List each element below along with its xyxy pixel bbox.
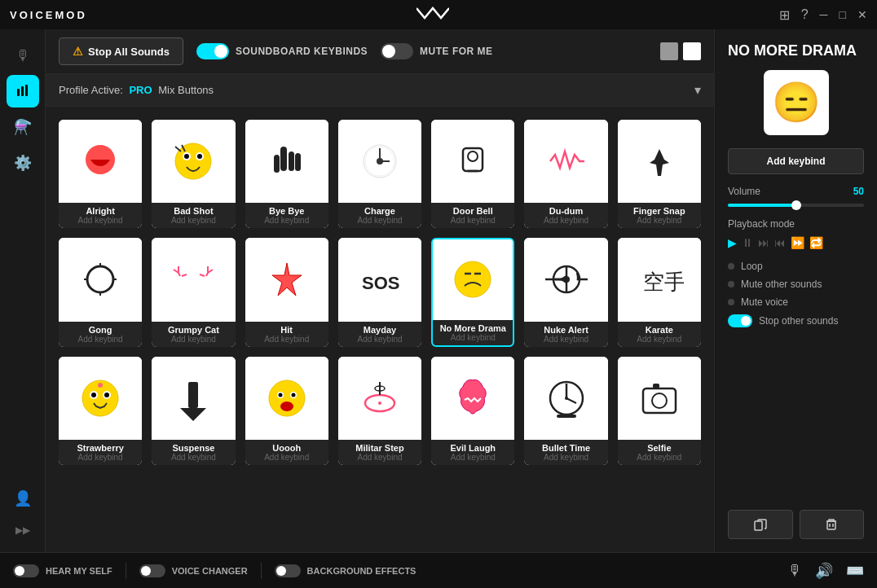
sound-card-bad-shot[interactable]: Bad ShotAdd keybind — [152, 120, 235, 228]
sound-keybind-evil-laugh[interactable]: Add keybind — [436, 453, 509, 462]
help-icon[interactable]: ? — [801, 7, 809, 22]
sound-keybind-charge[interactable]: Add keybind — [343, 216, 416, 225]
sound-card-suspense[interactable]: SuspenseAdd keybind — [152, 357, 235, 465]
sound-keybind-no-more-drama[interactable]: Add keybind — [438, 333, 508, 342]
close-icon[interactable]: ✕ — [857, 8, 867, 21]
sound-image-selfie — [618, 357, 701, 440]
sound-card-bye-bye[interactable]: Bye ByeAdd keybind — [245, 120, 328, 228]
sound-keybind-mayday[interactable]: Add keybind — [343, 335, 416, 344]
sound-keybind-finger-snap[interactable]: Add keybind — [623, 216, 696, 225]
delete-button[interactable] — [800, 510, 865, 539]
maximize-icon[interactable]: □ — [840, 8, 846, 21]
sound-keybind-selfie[interactable]: Add keybind — [623, 453, 696, 462]
sound-card-strawberry[interactable]: StrawberryAdd keybind — [59, 357, 142, 465]
sound-keybind-karate[interactable]: Add keybind — [623, 335, 696, 344]
profile-name: Mix Buttons — [158, 84, 214, 96]
mute-for-me-label: MUTE FOR ME — [420, 46, 493, 57]
background-effects-toggle[interactable] — [275, 564, 301, 577]
pause-icon[interactable]: ⏸ — [742, 236, 753, 249]
sound-keybind-nuke-alert[interactable]: Add keybind — [529, 335, 602, 344]
add-keybind-button[interactable]: Add keybind — [728, 148, 864, 174]
sidebar-expand[interactable]: ▶▶ — [7, 518, 39, 542]
sound-name-mayday: Mayday — [343, 325, 416, 335]
sound-card-grumpy-cat[interactable]: Grumpy CatAdd keybind — [152, 238, 235, 346]
step-forward-icon[interactable]: ⏭ — [758, 236, 769, 249]
sound-card-charge[interactable]: ChargeAdd keybind — [338, 120, 421, 228]
sound-name-nuke-alert: Nuke Alert — [529, 325, 602, 335]
background-effects-label: BACKGROUND EFFECTS — [307, 566, 416, 576]
option-mute-other[interactable]: Mute other sounds — [728, 279, 864, 290]
svg-point-68 — [378, 402, 381, 405]
sidebar: 🎙 ⚗️ ⚙️ 👤 ▶▶ — [0, 29, 46, 552]
stop-other-toggle[interactable] — [728, 314, 752, 327]
microphone-icon[interactable]: 🎙 — [787, 562, 802, 579]
option-stop-other[interactable]: Stop other sounds — [728, 314, 864, 327]
sound-keybind-grumpy-cat[interactable]: Add keybind — [156, 335, 230, 344]
chevron-down-icon[interactable]: ▾ — [694, 82, 701, 98]
color-square-gray[interactable] — [660, 42, 678, 60]
sound-card-karate[interactable]: 空手KarateAdd keybind — [618, 238, 701, 346]
sound-card-du-dum[interactable]: Du-dumAdd keybind — [524, 120, 607, 228]
sound-info-mayday: MaydayAdd keybind — [338, 322, 421, 347]
color-square-white[interactable] — [683, 42, 701, 60]
sound-name-selfie: Selfie — [623, 443, 696, 453]
option-mute-voice[interactable]: Mute voice — [728, 296, 864, 308]
sound-card-hit[interactable]: HitAdd keybind — [245, 238, 328, 346]
volume-slider[interactable] — [728, 204, 864, 207]
warning-icon: ⚠ — [73, 45, 83, 58]
sound-card-alright[interactable]: AlrightAdd keybind — [59, 120, 142, 228]
sound-keybind-suspense[interactable]: Add keybind — [156, 453, 230, 462]
mute-for-me-toggle[interactable] — [381, 43, 413, 59]
option-loop[interactable]: Loop — [728, 261, 864, 272]
sound-card-selfie[interactable]: SelfieAdd keybind — [618, 357, 701, 465]
voice-changer-toggle[interactable] — [139, 564, 165, 577]
stop-all-sounds-button[interactable]: ⚠ Stop All Sounds — [59, 37, 183, 65]
sound-keybind-door-bell[interactable]: Add keybind — [436, 216, 509, 225]
sidebar-item-mic[interactable]: 🎙 — [7, 39, 39, 72]
sound-card-gong[interactable]: GongAdd keybind — [59, 238, 142, 346]
sidebar-item-effects[interactable]: ⚗️ — [7, 111, 39, 143]
soundboard-keybinds-group: SOUNDBOARD KEYBINDS — [196, 43, 368, 59]
sound-card-no-more-drama[interactable]: No More DramaAdd keybind — [431, 238, 514, 346]
sound-keybind-bad-shot[interactable]: Add keybind — [156, 216, 230, 225]
sound-keybind-militar-step[interactable]: Add keybind — [343, 453, 416, 462]
soundboard-keybinds-toggle[interactable] — [196, 43, 229, 59]
sound-keybind-alright[interactable]: Add keybind — [64, 216, 137, 225]
sound-keybind-hit[interactable]: Add keybind — [250, 335, 324, 344]
sound-keybind-uoooh[interactable]: Add keybind — [250, 453, 324, 462]
sidebar-item-soundboard[interactable] — [7, 75, 39, 108]
hear-myself-label: HEAR MY SELF — [46, 566, 112, 576]
fast-forward-icon[interactable]: ⏩ — [791, 236, 804, 249]
sound-card-nuke-alert[interactable]: Nuke AlertAdd keybind — [524, 238, 607, 346]
sound-card-door-bell[interactable]: Door BellAdd keybind — [431, 120, 514, 228]
svg-rect-33 — [169, 255, 218, 304]
sound-keybind-strawberry[interactable]: Add keybind — [64, 453, 137, 462]
sound-card-mayday[interactable]: SOSMaydayAdd keybind — [338, 238, 421, 346]
sidebar-item-user[interactable]: 👤 — [7, 482, 39, 515]
sound-info-bad-shot: Bad ShotAdd keybind — [152, 203, 235, 228]
speaker-icon[interactable]: 🔊 — [815, 562, 833, 580]
sound-info-door-bell: Door BellAdd keybind — [431, 203, 514, 228]
sound-card-finger-snap[interactable]: Finger SnapAdd keybind — [618, 120, 701, 228]
sound-card-bullet-time[interactable]: Bullet TimeAdd keybind — [524, 357, 607, 465]
sound-card-militar-step[interactable]: Militar StepAdd keybind — [338, 357, 421, 465]
step-back-icon[interactable]: ⏮ — [774, 236, 786, 249]
sound-card-uoooh[interactable]: UooohAdd keybind — [245, 357, 328, 465]
play-icon[interactable]: ▶ — [728, 236, 737, 249]
minimize-icon[interactable]: ─ — [820, 8, 828, 21]
sound-keybind-du-dum[interactable]: Add keybind — [529, 216, 602, 225]
sound-preview-image: 😑 — [764, 70, 829, 135]
svg-rect-2 — [25, 85, 28, 96]
loop-icon[interactable]: 🔁 — [809, 236, 823, 249]
keyboard-icon[interactable]: ⌨️ — [846, 562, 864, 580]
sound-card-evil-laugh[interactable]: Evil LaughAdd keybind — [431, 357, 514, 465]
sound-keybind-gong[interactable]: Add keybind — [64, 335, 137, 344]
sound-keybind-bullet-time[interactable]: Add keybind — [529, 453, 602, 462]
sidebar-item-settings[interactable]: ⚙️ — [7, 147, 39, 179]
sound-info-uoooh: UooohAdd keybind — [245, 440, 328, 465]
hear-myself-toggle[interactable] — [13, 564, 39, 577]
sound-keybind-bye-bye[interactable]: Add keybind — [250, 216, 324, 225]
copy-button[interactable] — [728, 510, 793, 539]
screenshot-icon[interactable]: ⊞ — [779, 7, 790, 23]
sound-info-suspense: SuspenseAdd keybind — [152, 440, 235, 465]
